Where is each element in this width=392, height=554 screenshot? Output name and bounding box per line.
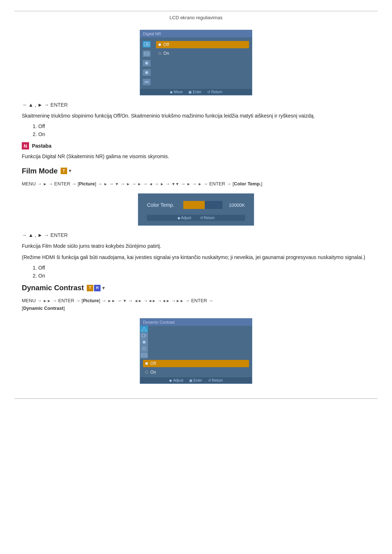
main-content: Digital NR xyxy=(22,22,370,384)
color-temp-value: 10000K xyxy=(226,202,245,208)
note-label: Pastaba xyxy=(32,143,52,149)
dynamic-contrast-menu-icons xyxy=(140,326,252,358)
note-icon: N xyxy=(22,142,29,149)
film-mode-title: Film Mode xyxy=(22,167,58,175)
dynamic-contrast-menu-image: Dynamic Contrast xyxy=(22,318,370,384)
digital-nr-menu-box: Digital NR xyxy=(140,30,252,95)
dynamic-contrast-menu-footer: ◆ Adjust ▣ Enter ↺ Return xyxy=(140,377,252,383)
color-temp-footer: ◆ Adjust ↺ Return xyxy=(147,215,245,221)
color-temp-bar-bg xyxy=(183,201,222,209)
menu-icon-5 xyxy=(143,79,151,85)
dynamic-contrast-nav-path: MENU → ►► → ENTER → [Picture] → ►► → ▼ →… xyxy=(22,297,370,312)
dynamic-contrast-option-off: Off xyxy=(143,360,249,367)
svg-point-9 xyxy=(143,347,146,350)
film-mode-arrow-instruction: → ▲ , ► → ENTER xyxy=(22,232,370,238)
color-temp-label: Color Temp. xyxy=(147,202,180,208)
digital-nr-menu-icons xyxy=(140,40,153,87)
digital-nr-note-text: Funkcija Digital NR (Skaiteminis NR) gal… xyxy=(22,153,370,160)
dyn-menu-icon-2 xyxy=(140,332,148,339)
film-mode-list-item-2: 2. On xyxy=(33,273,370,279)
footer-enter: ▣ Enter xyxy=(188,90,201,94)
color-temp-box: Color Temp. 10000K ◆ Adjust ↺ Return xyxy=(138,193,254,226)
digital-nr-option-off: Off xyxy=(156,41,249,48)
footer-return: ↺ Return xyxy=(200,216,215,220)
footer-enter-2: ▣ Enter xyxy=(189,378,202,382)
dynamic-contrast-menu-box: Dynamic Contrast xyxy=(140,318,252,384)
svg-rect-6 xyxy=(142,334,145,337)
film-mode-heading: Film Mode T ▼ xyxy=(22,167,370,175)
top-rule xyxy=(15,11,377,11)
digital-nr-options: Off On xyxy=(153,40,252,87)
badge-t-icon: T xyxy=(61,168,67,174)
film-mode-description-2: (Režime HDMI ši funkcija gali būti naudo… xyxy=(22,254,370,261)
film-mode-description-1: Funkcija Film Mode siūlo jums teatro kok… xyxy=(22,242,370,250)
footer-adjust-2: ◆ Adjust xyxy=(169,378,183,382)
dyn-menu-icon-5 xyxy=(140,352,148,358)
menu-icon-3 xyxy=(143,60,151,66)
svg-rect-1 xyxy=(146,44,148,45)
digital-nr-menu-body: Off On xyxy=(140,37,252,89)
dyn-menu-icon-3 xyxy=(140,339,148,345)
page-header: LCD ekrano reguliavimas xyxy=(0,15,392,20)
film-mode-list: 1. Off 2. On xyxy=(33,265,370,279)
dynamic-contrast-badge: T H ▼ xyxy=(87,285,106,291)
dynamic-contrast-menu-title: Dynamic Contrast xyxy=(140,319,252,326)
film-mode-badge: T ▼ xyxy=(61,168,72,174)
footer-adjust: ◆ Adjust xyxy=(177,216,191,220)
svg-marker-5 xyxy=(142,327,147,331)
digital-nr-list-item-2: 2. On xyxy=(33,131,370,137)
badge-arrow-icon: ▼ xyxy=(68,168,72,173)
dyn-menu-icon-4 xyxy=(140,345,148,352)
digital-nr-list: 1. Off 2. On xyxy=(33,123,370,137)
dynamic-contrast-options: Off On xyxy=(140,358,252,377)
menu-icon-4 xyxy=(143,69,151,76)
menu-icon-2 xyxy=(143,50,151,57)
badge-arrow-icon-2: ▼ xyxy=(101,286,106,291)
badge-h-icon: H xyxy=(94,285,101,291)
dynamic-contrast-heading: Dynamic Contrast T H ▼ xyxy=(22,284,370,292)
footer-move: ◆ Move xyxy=(170,90,183,94)
digital-nr-option-on: On xyxy=(156,50,249,57)
bottom-rule xyxy=(15,398,377,399)
footer-return-2: ↺ Return xyxy=(208,378,223,382)
digital-nr-description: Skaitmeninę triukšmo slopinimo funkciją … xyxy=(22,112,370,120)
dynamic-contrast-option-on: On xyxy=(143,369,249,376)
color-temp-image: Color Temp. 10000K ◆ Adjust ↺ Return xyxy=(22,193,370,226)
digital-nr-list-item-1: 1. Off xyxy=(33,123,370,129)
footer-return: ↺ Return xyxy=(207,90,222,94)
color-temp-bar-fill xyxy=(183,201,205,209)
badge-t-icon-2: T xyxy=(87,285,93,291)
digital-nr-menu-title: Digital NR xyxy=(140,30,252,37)
dynamic-contrast-menu-body: Off On xyxy=(140,326,252,377)
dynamic-contrast-title: Dynamic Contrast xyxy=(22,284,84,292)
digital-nr-menu-image: Digital NR xyxy=(22,30,370,95)
film-mode-list-item-1: 1. Off xyxy=(33,265,370,271)
svg-rect-4 xyxy=(144,81,149,83)
film-mode-nav-path: MENU → ► → ENTER → [Picture] → ► → ▼ → ►… xyxy=(22,180,370,188)
color-temp-row: Color Temp. 10000K xyxy=(147,201,245,209)
digital-nr-menu-footer: ◆ Move ▣ Enter ↺ Return xyxy=(140,89,252,95)
menu-icon-1 xyxy=(143,41,151,48)
digital-nr-arrow-instruction: → ▲ , ► → ENTER xyxy=(22,102,370,108)
dyn-menu-icon-1 xyxy=(140,326,148,332)
digital-nr-note-block: N Pastaba xyxy=(22,142,370,149)
